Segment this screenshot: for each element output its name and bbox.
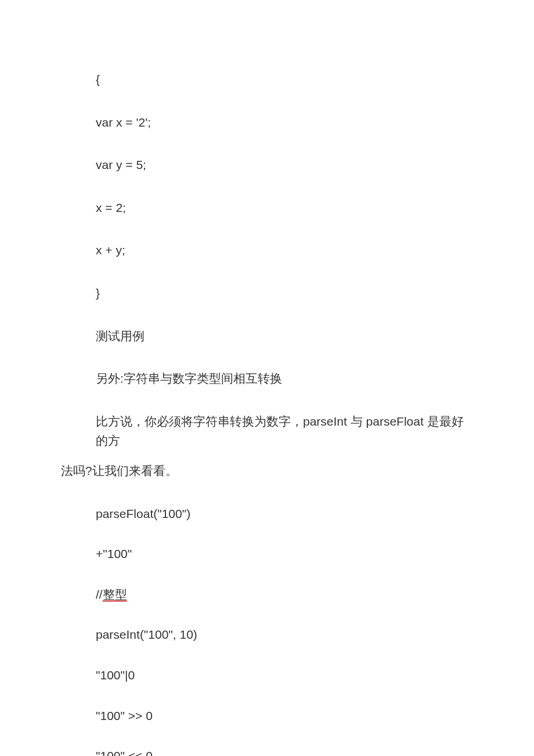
code-line-x-assign: x = 2;	[61, 198, 473, 218]
comment-underlined-text: 整型	[103, 588, 127, 601]
comment-prefix: //	[96, 588, 103, 601]
code-line-x-plus-y: x + y;	[61, 240, 473, 260]
code-line-comment-integer: //整型	[61, 585, 473, 604]
paragraph-line-2: 法吗?让我们来看看。	[61, 461, 473, 481]
code-line-var-x: var x = '2';	[61, 113, 473, 132]
paragraph-text-1: 比方说，你必须将字符串转换为数字，parseInt 与 parseFloat 是…	[96, 415, 464, 448]
paragraph-explanation: 比方说，你必须将字符串转换为数字，parseInt 与 parseFloat 是…	[61, 412, 473, 481]
code-line-parsefloat: parseFloat("100")	[61, 504, 473, 524]
paragraph-text-2: 法吗?让我们来看看。	[61, 464, 178, 477]
code-line-brace-close: }	[61, 283, 473, 303]
code-line-shiftleft: "100" << 0	[61, 746, 473, 756]
code-line-bitor: "100"|0	[61, 665, 473, 685]
heading-conversion: 另外:字符串与数字类型间相互转换	[61, 369, 473, 388]
code-line-parseint: parseInt("100", 10)	[61, 625, 473, 645]
code-line-var-y: var y = 5;	[61, 155, 473, 175]
heading-test-case: 测试用例	[61, 326, 473, 346]
paragraph-line-1: 比方说，你必须将字符串转换为数字，parseInt 与 parseFloat 是…	[61, 412, 473, 451]
code-line-plus-string: +"100"	[61, 544, 473, 564]
code-line-shiftright: "100" >> 0	[61, 706, 473, 726]
code-line-brace-open: {	[61, 70, 473, 89]
